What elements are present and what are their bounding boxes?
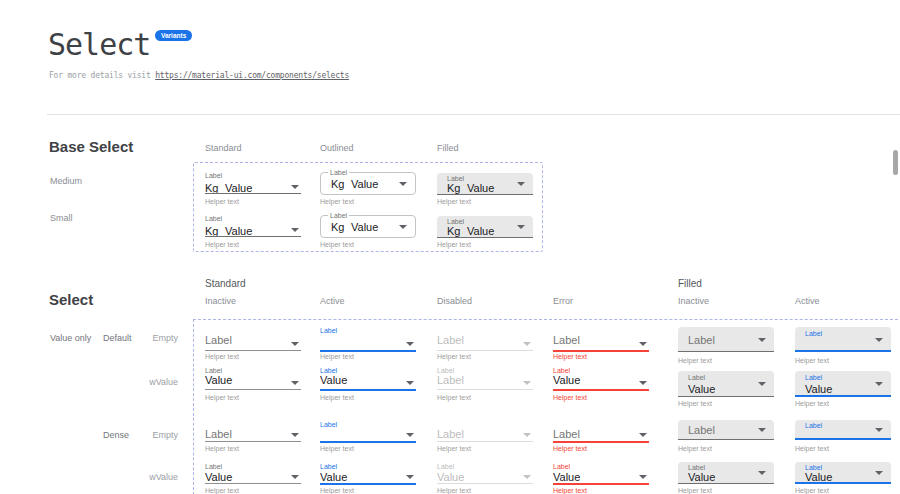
select-control[interactable]: Label	[205, 420, 301, 444]
select-standard-inactive-empty-dense: LabelHelper text	[205, 420, 301, 455]
helper-text: Helper text	[320, 487, 354, 494]
rowvariant-default: Default	[103, 333, 132, 343]
field-label: Label	[437, 334, 464, 346]
rowgroup-value-only: Value only	[50, 333, 91, 343]
select-control[interactable]: LabelValue	[795, 371, 891, 397]
field-label: Label	[320, 463, 337, 471]
helper-text: Helper text	[205, 353, 239, 361]
helper-text: Helper text	[437, 198, 471, 206]
field-label: Label	[437, 428, 464, 440]
select-control[interactable]: Label	[678, 327, 774, 352]
field-label: Label	[805, 374, 822, 382]
adornment: Kg	[331, 221, 344, 233]
select-control[interactable]: LabelValue	[678, 371, 774, 397]
select-standard-error-empty-dense: LabelHelper text	[553, 420, 649, 455]
dropdown-arrow-icon	[406, 475, 414, 479]
select-control[interactable]: Label	[437, 325, 533, 353]
field-value: Value	[688, 471, 715, 483]
dropdown-arrow-icon	[291, 381, 299, 385]
select-control[interactable]: LabelKgValue	[205, 172, 301, 196]
field-label: Label	[553, 334, 580, 346]
dropdown-arrow-icon	[758, 471, 766, 475]
field-label: Label	[688, 374, 705, 382]
field-label: Label	[553, 428, 580, 440]
field-label: Label	[205, 428, 232, 440]
select-control[interactable]: LabelKgValue	[320, 215, 416, 238]
helper-text: Helper text	[795, 400, 829, 408]
rowkind-wvalue-dense: wValue	[130, 472, 178, 482]
select-control[interactable]: LabelValue	[553, 461, 649, 486]
field-label: Label	[688, 334, 715, 346]
select-control[interactable]: LabelValue	[320, 461, 416, 486]
select-control[interactable]: LabelKgValue	[437, 216, 533, 238]
outlined-notch-label: Label	[328, 212, 349, 220]
select-filled-active-empty-dense: LabelHelper text	[795, 420, 891, 455]
select-control[interactable]: Label	[437, 420, 533, 444]
select-standard-disabled-empty-default: LabelHelper text	[437, 325, 533, 363]
field-underline	[205, 483, 301, 484]
adornment: Kg	[447, 225, 460, 237]
select-standard-disabled-empty-dense: LabelHelper text	[437, 420, 533, 455]
page-canvas: Select Variants For more details visit h…	[0, 0, 900, 494]
field-underline	[553, 441, 649, 443]
select-control[interactable]: LabelKgValue	[320, 172, 416, 195]
field-value: Value	[351, 221, 378, 233]
top-divider	[47, 114, 900, 115]
field-underline	[205, 389, 301, 390]
select-control[interactable]: LabelKgValue	[437, 173, 533, 195]
dropdown-arrow-icon	[523, 433, 531, 437]
select-control[interactable]: Label	[205, 325, 301, 353]
dropdown-arrow-icon	[517, 182, 525, 186]
dropdown-arrow-icon	[399, 225, 407, 229]
select-control[interactable]: LabelKgValue	[205, 215, 301, 239]
material-ui-link[interactable]: https://material-ui.com/components/selec…	[155, 71, 349, 80]
rowkind-empty-dense: Empty	[130, 430, 178, 440]
state-standard-disabled: Disabled	[437, 296, 472, 306]
select-control[interactable]: Label	[320, 325, 416, 353]
helper-text: Helper text	[795, 357, 829, 365]
helper-text: Helper text	[795, 445, 829, 453]
rowvariant-dense: Dense	[103, 430, 129, 440]
field-underline	[320, 441, 416, 443]
select-control[interactable]: LabelValue	[320, 364, 416, 392]
select-control[interactable]: LabelValue	[205, 364, 301, 392]
field-value: Value	[205, 374, 232, 386]
select-control[interactable]: LabelValue	[678, 462, 774, 484]
select-control[interactable]: Label	[320, 420, 416, 444]
dropdown-arrow-icon	[291, 433, 299, 437]
select-filled-inactive-wvalue-dense: LabelValueHelper text	[678, 462, 774, 494]
select-filled-active-empty-default: LabelHelper text	[795, 327, 891, 367]
helper-text: Helper text	[553, 445, 587, 453]
select-control[interactable]: LabelLabel	[437, 364, 533, 392]
dropdown-arrow-icon	[291, 475, 299, 479]
select-control[interactable]: Label	[795, 327, 891, 352]
helper-text: Helper text	[553, 353, 587, 361]
group-filled: Filled	[678, 278, 702, 289]
select-filled-inactive-wvalue-default: LabelValueHelper text	[678, 371, 774, 410]
helper-text: Helper text	[205, 487, 239, 494]
base-col-outlined: Outlined	[320, 143, 354, 153]
field-underline	[553, 350, 649, 352]
scrollbar-thumb[interactable]	[893, 150, 898, 175]
select-control[interactable]: LabelValue	[205, 461, 301, 486]
field-underline	[205, 350, 301, 351]
intro-prefix: For more details visit	[49, 71, 155, 80]
select-control[interactable]: Label	[553, 325, 649, 353]
field-label: Label	[437, 463, 454, 471]
dropdown-arrow-icon	[758, 428, 766, 432]
field-label: Label	[205, 215, 222, 223]
select-standard-inactive-wvalue-default: LabelValueHelper text	[205, 364, 301, 404]
dropdown-arrow-icon	[406, 433, 414, 437]
adornment: Kg	[447, 182, 460, 194]
field-label: Label	[205, 463, 222, 471]
variants-badge: Variants	[155, 30, 192, 41]
select-control[interactable]: LabelValue	[553, 364, 649, 392]
select-control[interactable]: LabelValue	[437, 461, 533, 486]
select-control[interactable]: Label	[795, 420, 891, 440]
select-control[interactable]: LabelValue	[795, 462, 891, 484]
base-select-outlined-medium: LabelKgValueHelper text	[320, 172, 416, 208]
helper-text: Helper text	[678, 487, 712, 494]
select-control[interactable]: Label	[678, 420, 774, 440]
field-value: Value	[467, 225, 494, 237]
select-control[interactable]: Label	[553, 420, 649, 444]
